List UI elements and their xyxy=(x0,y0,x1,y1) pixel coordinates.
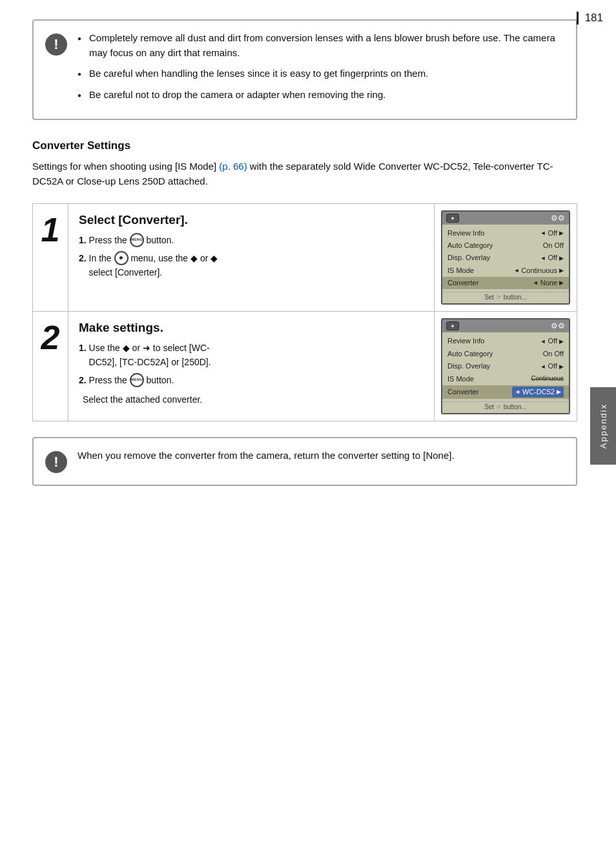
page-number: 181 xyxy=(577,12,603,25)
step-2-bullet: Select the attached converter. xyxy=(83,393,424,407)
camera-top-icon: ● xyxy=(446,214,459,223)
step-1-number: 1 xyxy=(38,213,63,247)
lcd-row-disp-2: Disp. Overlay ◄Off▶ xyxy=(442,360,569,372)
lcd-bottom-2: Set ☞ button... xyxy=(442,401,569,413)
warning-icon-bottom: ! xyxy=(44,450,68,474)
step-2-instruction-2: 2. Press the MENU button. xyxy=(79,374,424,388)
step-2-title: Make settings. xyxy=(79,321,424,335)
camera-rec-icon xyxy=(114,251,128,265)
lcd-menu-items-1: Review Info ◄Off▶ Auto Category On Off D… xyxy=(442,225,569,292)
section-intro: Settings for when shooting using [IS Mod… xyxy=(32,159,577,189)
lcd-row-review: Review Info ◄Off▶ xyxy=(442,227,569,239)
step-1-instruction-2: 2. In the menu, use the ◆ or ◆ select [C… xyxy=(79,252,424,280)
step-2-number-cell: 2 xyxy=(33,312,68,421)
svg-text:!: ! xyxy=(54,454,58,470)
lcd-screen-1: ● ⚙⚙ Review Info ◄Off▶ Auto Category On … xyxy=(441,210,570,305)
lcd-bottom-1: Set ☞ button... xyxy=(442,292,569,303)
step-2-row: 2 Make settings. 1. Use the ◆ or ➜ to se… xyxy=(33,312,577,421)
menu-button-icon-1: MENU xyxy=(130,233,144,247)
page-container: 181 Appendix ! Completely remove all dus… xyxy=(0,0,616,505)
settings-icon-2: ⚙⚙ xyxy=(551,321,565,330)
lcd-row-review-2: Review Info ◄Off▶ xyxy=(442,335,569,347)
warning-content-top: Completely remove all dust and dirt from… xyxy=(77,31,563,108)
step-2-image: ● ⚙⚙ Review Info ◄Off▶ Auto Category On … xyxy=(435,312,577,421)
page-link[interactable]: (p. 66) xyxy=(219,161,247,172)
step-1-instructions: 1. Press the MENU button. 2. In the menu… xyxy=(79,234,424,280)
bottom-warning-content: When you remove the converter from the c… xyxy=(77,449,455,463)
lcd-row-auto-cat: Auto Category On Off xyxy=(442,239,569,252)
warning-icon-top: ! xyxy=(44,32,68,57)
step-1-number-cell: 1 xyxy=(33,203,68,312)
lcd-top-bar-1: ● ⚙⚙ xyxy=(442,212,569,225)
lcd-row-is-mode-2: IS Mode Continuous xyxy=(442,373,569,385)
bottom-warning-box: ! When you remove the converter from the… xyxy=(32,437,577,486)
lcd-top-bar-2: ● ⚙⚙ xyxy=(442,319,569,332)
svg-text:!: ! xyxy=(54,36,58,52)
warning-item-1: Completely remove all dust and dirt from… xyxy=(77,31,563,60)
lcd-row-disp: Disp. Overlay ◄Off▶ xyxy=(442,252,569,264)
steps-table: 1 Select [Converter]. 1. Press the MENU … xyxy=(32,203,577,422)
warning-box-top: ! Completely remove all dust and dirt fr… xyxy=(32,19,577,120)
menu-button-icon-2: MENU xyxy=(130,373,144,387)
warning-item-3: Be careful not to drop the camera or ada… xyxy=(77,88,563,103)
step-2-instruction-1: 1. Use the ◆ or ➜ to select [WC- DC52], … xyxy=(79,341,424,369)
warning-list: Completely remove all dust and dirt from… xyxy=(77,31,563,102)
step-1-image: ● ⚙⚙ Review Info ◄Off▶ Auto Category On … xyxy=(435,203,577,312)
lcd-row-converter-1: Converter ◄None▶ xyxy=(442,277,569,289)
step-2-content: Make settings. 1. Use the ◆ or ➜ to sele… xyxy=(68,312,435,421)
section-heading: Converter Settings xyxy=(32,139,577,152)
appendix-tab: Appendix xyxy=(590,387,616,465)
step-1-title: Select [Converter]. xyxy=(79,213,424,227)
lcd-row-is-mode: IS Mode ◄Continuous▶ xyxy=(442,265,569,277)
lcd-screen-2: ● ⚙⚙ Review Info ◄Off▶ Auto Category On … xyxy=(441,318,570,414)
step-1-row: 1 Select [Converter]. 1. Press the MENU … xyxy=(33,203,577,312)
lcd-row-auto-cat-2: Auto Category On Off xyxy=(442,348,569,360)
lcd-menu-items-2: Review Info ◄Off▶ Auto Category On Off D… xyxy=(442,332,569,401)
lcd-row-converter-2: Converter ◄WC-DC52▶ xyxy=(442,385,569,399)
step-2-instructions: 1. Use the ◆ or ➜ to select [WC- DC52], … xyxy=(79,341,424,407)
step-2-number: 2 xyxy=(38,321,63,354)
camera-top-icon-2: ● xyxy=(446,321,459,330)
settings-icon-1: ⚙⚙ xyxy=(551,214,565,223)
warning-item-2: Be careful when handling the lenses sinc… xyxy=(77,66,563,81)
step-1-instruction-1: 1. Press the MENU button. xyxy=(79,234,424,248)
step-1-content: Select [Converter]. 1. Press the MENU bu… xyxy=(68,203,435,312)
